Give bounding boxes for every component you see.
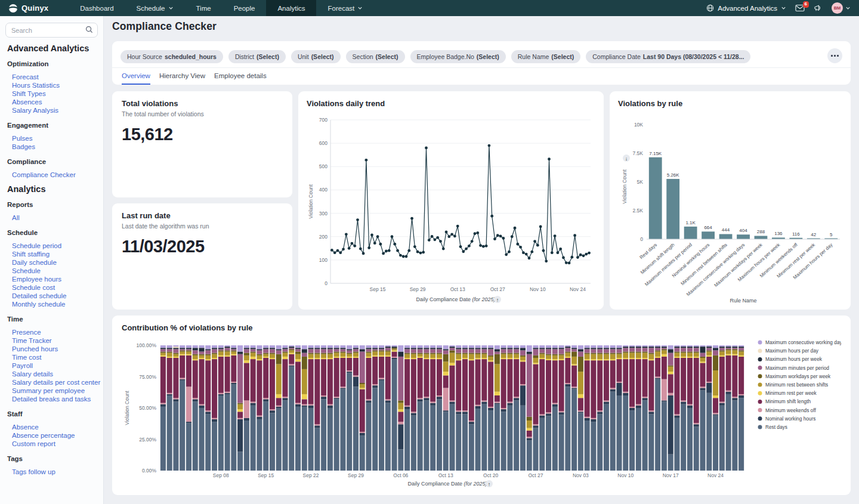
svg-text:200: 200 <box>319 234 327 240</box>
nav-item-people[interactable]: People <box>223 0 267 16</box>
nav-item-schedule[interactable]: Schedule <box>125 0 185 16</box>
chip-label: Rule Name <box>518 53 549 60</box>
svg-text:Oct 06: Oct 06 <box>393 472 408 478</box>
svg-text:↑: ↑ <box>496 297 499 303</box>
sidebar-link-punched-hours[interactable]: Punched hours <box>12 345 98 353</box>
nav-item-time[interactable]: Time <box>185 0 223 16</box>
tab-hierarchy-view[interactable]: Hierarchy View <box>159 68 205 85</box>
sidebar-link-absences[interactable]: Absences <box>12 98 98 106</box>
sidebar-link-salary-details-per-cost-center[interactable]: Salary details per cost center <box>12 378 98 386</box>
svg-text:400: 400 <box>319 187 327 193</box>
main-content: Compliance Checker Hour Sourcescheduled_… <box>104 16 859 495</box>
context-switcher[interactable]: Advanced Analytics <box>706 4 786 12</box>
total-violations-card: Total violations The total number of vio… <box>112 91 292 197</box>
svg-text:Nominal working hours: Nominal working hours <box>765 416 815 422</box>
sidebar-link-time-cost[interactable]: Time cost <box>12 353 98 361</box>
sidebar-link-detailed-schedule[interactable]: Detailed schedule <box>12 292 98 300</box>
sidebar-link-presence[interactable]: Presence <box>12 328 98 336</box>
sidebar-link-schedule-period[interactable]: Schedule period <box>12 242 98 250</box>
sidebar-link-tags-follow-up[interactable]: Tags follow up <box>12 468 98 476</box>
chip-value: Last 90 Days (08/30/2025 < 11/28... <box>643 53 744 60</box>
tab-overview[interactable]: Overview <box>122 68 150 85</box>
svg-text:Minimum rest per week: Minimum rest per week <box>765 390 817 396</box>
sidebar-link-summary-per-employee[interactable]: Summary per employee <box>12 386 98 395</box>
sidebar-link-salary-details[interactable]: Salary details <box>12 370 98 378</box>
filter-chip-employee-badge-no[interactable]: Employee Badge.No(Select) <box>410 50 506 63</box>
chip-label: Compliance Date <box>592 53 641 60</box>
nav-item-analytics[interactable]: Analytics <box>266 0 316 16</box>
chevron-down-icon <box>168 5 174 11</box>
svg-text:Violation Count: Violation Count <box>124 391 130 425</box>
sidebar-link-time-tracker[interactable]: Time Tracker <box>12 336 98 345</box>
chart-title: Contribution % of violations by rule <box>122 323 841 332</box>
sidebar-link-all[interactable]: All <box>12 214 98 222</box>
filter-chip-section[interactable]: Section(Select) <box>346 50 405 63</box>
tab-employee-details[interactable]: Employee details <box>214 68 267 85</box>
daily-trend-line-chart[interactable]: 0100200300400500600700Violation CountSep… <box>307 108 595 305</box>
sidebar: Advanced AnalyticsOptimizationForecastHo… <box>0 16 104 504</box>
sidebar-link-badges[interactable]: Badges <box>12 143 98 151</box>
sidebar-link-shift-staffing[interactable]: Shift staffing <box>12 250 98 258</box>
quinyx-logo[interactable]: Quinyx <box>0 0 69 16</box>
svg-text:Minimum shift length: Minimum shift length <box>765 398 811 404</box>
sidebar-link-absence-percentage[interactable]: Absence percentage <box>12 431 98 440</box>
sidebar-link-daily-schedule[interactable]: Daily schedule <box>12 258 98 267</box>
chip-value: scheduled_hours <box>165 53 217 60</box>
more-options-button[interactable] <box>827 48 842 63</box>
sidebar-link-schedule-cost[interactable]: Schedule cost <box>12 283 98 292</box>
sidebar-group-heading: Staff <box>7 410 98 418</box>
svg-text:Rule Name: Rule Name <box>730 298 756 304</box>
violations-by-rule-bar-chart[interactable]: 02.5K5K7.5K10K↓Violation Count7.15KRest … <box>618 108 843 306</box>
sidebar-link-detailed-breaks-and-tasks[interactable]: Detailed breaks and tasks <box>12 395 98 403</box>
user-menu[interactable]: BM <box>832 2 851 14</box>
filter-chip-district[interactable]: District(Select) <box>228 50 286 63</box>
chip-value: (Select) <box>311 53 334 60</box>
megaphone-icon[interactable] <box>814 4 823 12</box>
svg-text:0: 0 <box>325 280 327 286</box>
card-subtitle: Last date the algorithm was run <box>122 222 283 230</box>
svg-text:Daily Compliance Date (for 202: Daily Compliance Date (for 2025) <box>407 481 487 487</box>
sidebar-section-heading: Analytics <box>7 184 98 194</box>
svg-text:664: 664 <box>704 225 712 230</box>
svg-text:Maximum workdays per week: Maximum workdays per week <box>765 373 831 379</box>
quinyx-logo-icon <box>8 4 18 13</box>
sidebar-link-pulses[interactable]: Pulses <box>12 134 98 143</box>
sidebar-link-salary-analysis[interactable]: Salary Analysis <box>12 106 98 115</box>
svg-text:Nov 10: Nov 10 <box>617 472 634 478</box>
notifications-button[interactable]: 6 <box>795 4 805 12</box>
nav-item-forecast[interactable]: Forecast <box>316 0 374 16</box>
svg-text:Violation Count: Violation Count <box>308 184 314 219</box>
sidebar-link-absence[interactable]: Absence <box>12 423 98 431</box>
svg-text:Sep 29: Sep 29 <box>410 286 426 292</box>
search-input[interactable] <box>5 23 98 38</box>
svg-text:↑: ↑ <box>488 481 491 487</box>
sidebar-link-monthly-schedule[interactable]: Monthly schedule <box>12 300 98 308</box>
filter-chip-unit[interactable]: Unit(Select) <box>291 50 341 63</box>
nav-item-dashboard[interactable]: Dashboard <box>69 0 125 16</box>
nav-item-label: Schedule <box>137 5 165 12</box>
filter-chip-compliance-date[interactable]: Compliance DateLast 90 Days (08/30/2025 … <box>586 50 750 63</box>
chip-value: (Select) <box>477 53 499 60</box>
svg-text:Sep 08: Sep 08 <box>213 472 229 478</box>
sidebar-link-shift-types[interactable]: Shift Types <box>12 89 98 98</box>
sidebar-link-forecast[interactable]: Forecast <box>12 73 98 81</box>
filter-chip-hour-source[interactable]: Hour Sourcescheduled_hours <box>120 50 223 63</box>
sidebar-link-hours-statistics[interactable]: Hours Statistics <box>12 81 98 89</box>
sidebar-link-custom-report[interactable]: Custom report <box>12 440 98 448</box>
contribution-stacked-chart[interactable]: 0.00%25.00%50.00%75.00%100.00%Violation … <box>122 332 841 491</box>
nav-item-label: Forecast <box>327 5 354 12</box>
sidebar-link-employee-hours[interactable]: Employee hours <box>12 275 98 283</box>
sidebar-link-compliance-checker[interactable]: Compliance Checker <box>12 171 98 179</box>
nav-item-label: Analytics <box>277 5 305 12</box>
svg-text:300: 300 <box>319 211 327 217</box>
context-switcher-label: Advanced Analytics <box>718 5 777 12</box>
svg-text:Nov 24: Nov 24 <box>570 286 586 292</box>
sidebar-link-schedule[interactable]: Schedule <box>12 267 98 275</box>
page-title: Compliance Checker <box>112 20 851 33</box>
svg-text:Nov 24: Nov 24 <box>707 472 724 478</box>
last-run-date-value: 11/03/2025 <box>122 237 283 256</box>
sidebar-link-payroll[interactable]: Payroll <box>12 361 98 370</box>
filter-chip-rule-name[interactable]: Rule Name(Select) <box>511 50 580 63</box>
chip-value: (Select) <box>376 53 398 60</box>
avatar: BM <box>832 2 843 14</box>
